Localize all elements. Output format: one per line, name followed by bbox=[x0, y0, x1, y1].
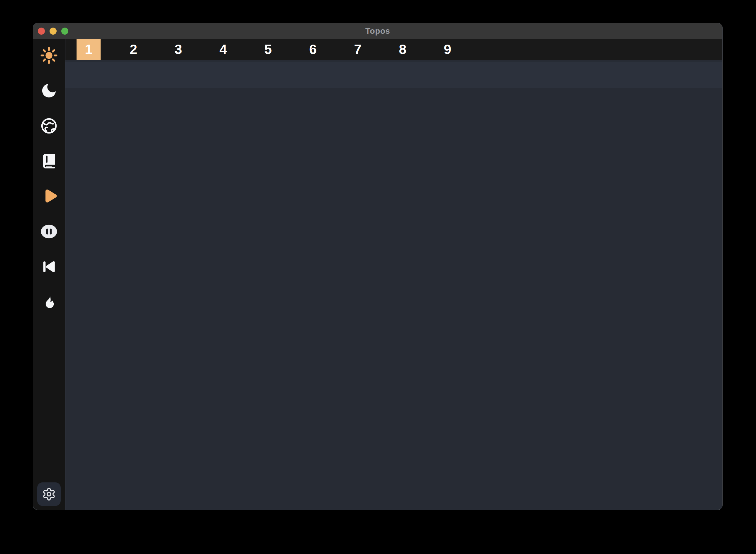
skip-back-button[interactable] bbox=[39, 257, 59, 276]
tab-2[interactable]: 2 bbox=[121, 39, 145, 60]
tab-6[interactable]: 6 bbox=[301, 39, 325, 60]
moon-icon bbox=[40, 81, 58, 100]
code-editor[interactable]: 1euclid(i, 5, 8) && note(pick(50, 55)) bbox=[65, 60, 722, 510]
sidebar bbox=[33, 39, 65, 510]
book-button[interactable] bbox=[39, 152, 59, 171]
tab-bar: 123456789 bbox=[65, 39, 722, 60]
window-title: Topos bbox=[365, 26, 390, 36]
tab-9[interactable]: 9 bbox=[436, 39, 459, 60]
tab-3[interactable]: 3 bbox=[166, 39, 190, 60]
play-button[interactable] bbox=[39, 186, 59, 206]
active-code-line[interactable]: 1euclid(i, 5, 8) && note(pick(50, 55)) bbox=[65, 62, 722, 88]
tab-4[interactable]: 4 bbox=[211, 39, 235, 60]
minimize-button[interactable] bbox=[50, 27, 57, 35]
globe-icon bbox=[40, 117, 58, 135]
tab-5[interactable]: 5 bbox=[256, 39, 280, 60]
close-button[interactable] bbox=[38, 27, 45, 35]
tab-7[interactable]: 7 bbox=[346, 39, 370, 60]
tab-8[interactable]: 8 bbox=[391, 39, 415, 60]
flame-button[interactable] bbox=[39, 292, 59, 312]
book-icon bbox=[40, 152, 58, 170]
skip-back-icon bbox=[41, 258, 58, 275]
moon-button[interactable] bbox=[39, 81, 59, 100]
play-icon bbox=[40, 187, 58, 205]
gear-icon bbox=[42, 487, 56, 501]
globe-button[interactable] bbox=[39, 116, 59, 135]
pause-button[interactable] bbox=[39, 222, 59, 241]
titlebar[interactable]: Topos bbox=[33, 23, 722, 39]
sun-button[interactable] bbox=[39, 46, 59, 65]
zoom-button[interactable] bbox=[61, 27, 68, 35]
tab-1[interactable]: 1 bbox=[76, 39, 101, 60]
app-window: Topos bbox=[33, 23, 722, 510]
gear-button[interactable] bbox=[37, 482, 61, 506]
pause-icon bbox=[40, 222, 58, 241]
flame-icon bbox=[41, 294, 57, 310]
sun-icon bbox=[40, 46, 58, 65]
traffic-lights bbox=[38, 27, 68, 35]
